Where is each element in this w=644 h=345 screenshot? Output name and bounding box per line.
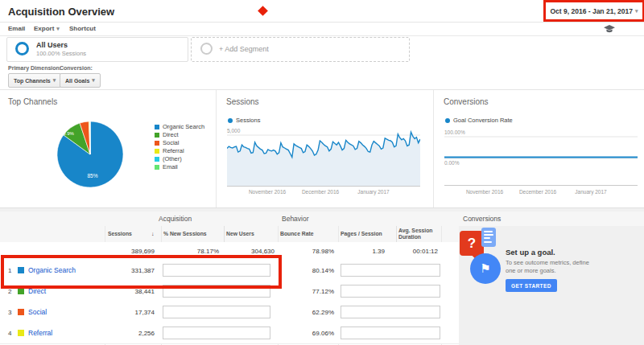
email-button[interactable]: Email	[8, 25, 25, 32]
summary-avg-session-duration: 00:01:12	[396, 248, 438, 255]
setup-goal-promo: Set up a goal. To see outcome metrics, d…	[459, 226, 644, 345]
promo-line1: To see outcome metrics, define	[506, 259, 589, 266]
report-toolbar: Email Export Shortcut	[0, 23, 644, 36]
sessions-legend: Sessions	[228, 117, 260, 124]
conversions-legend: Goal Conversion Rate	[445, 117, 513, 124]
summary-new-users: 304,630	[224, 248, 275, 255]
col-bounce-rate[interactable]: Bounce Rate	[280, 231, 314, 236]
legend-item-social: Social	[155, 139, 179, 146]
table-summary-row: 389,699 78.17% 304,630 78.98% 1.39 00:01…	[0, 242, 459, 261]
channel-color-chip	[18, 330, 24, 336]
acquisition-overview-page: Acquisition Overview Oct 9, 2016 - Jan 2…	[0, 0, 644, 345]
legend-item-email: Email	[155, 163, 178, 170]
legend-chip	[155, 125, 159, 129]
sessions-xtick-nov: November 2016	[249, 189, 286, 195]
channel-color-chip	[18, 288, 24, 294]
bounce-rate-bar	[341, 285, 440, 298]
conversions-xtick-jan: January 2017	[575, 189, 606, 195]
series-dot-icon	[445, 118, 450, 123]
segment-circle-icon	[15, 42, 29, 55]
sort-descending-icon[interactable]: ↓	[151, 231, 155, 236]
pie-label-direct: 9.9%	[63, 131, 74, 136]
summary-bounce-rate: 78.98%	[278, 248, 334, 255]
channel-color-chip	[18, 267, 24, 273]
sessions-bar	[163, 327, 270, 339]
chevron-down-icon: ▾	[635, 8, 638, 14]
table-column-header-row: Sessions ↓ % New Sessions New Users Boun…	[0, 226, 459, 243]
channels-table: Acquisition Behavior Conversions Session…	[0, 212, 644, 345]
bounce-rate-bar	[341, 306, 440, 318]
conversions-line-chart	[444, 127, 638, 187]
segment-name: All Users	[36, 41, 68, 49]
group-acquisition: Acquisition	[159, 215, 192, 223]
sessions-xtick-dec: December 2016	[302, 189, 339, 195]
col-new-sessions-pct[interactable]: % New Sessions	[163, 231, 207, 236]
summary-sessions: 389,699	[105, 248, 155, 255]
legend-item-direct: Direct	[155, 131, 179, 138]
intelligence-icon[interactable]	[604, 25, 615, 34]
promo-heading: Set up a goal.	[506, 248, 555, 257]
table-row-direct[interactable]: 2 Direct 38,441 77.12%	[0, 281, 459, 302]
promo-line2: one or more goals.	[506, 267, 556, 274]
summary-new-sessions-pct: 78.17%	[161, 248, 219, 255]
channel-link[interactable]: Referral	[28, 329, 52, 337]
add-segment-label: + Add Segment	[219, 45, 269, 53]
segment-all-users[interactable]: All Users 100.00% Sessions	[6, 37, 188, 62]
panel-divider	[433, 90, 434, 207]
goal-flag-icon	[470, 253, 501, 284]
conversion-label: Conversion:	[60, 65, 93, 71]
series-dot-icon	[228, 118, 233, 123]
group-conversions: Conversions	[463, 215, 501, 223]
add-segment-button[interactable]: + Add Segment	[191, 37, 410, 62]
col-new-users[interactable]: New Users	[226, 231, 254, 236]
segment-detail: 100.00% Sessions	[36, 50, 86, 57]
col-sessions[interactable]: Sessions	[108, 231, 132, 236]
channel-color-chip	[18, 309, 24, 315]
sessions-bar	[163, 264, 270, 277]
date-range-label: Oct 9, 2016 - Jan 21, 2017	[550, 7, 633, 15]
date-range-selector[interactable]: Oct 9, 2016 - Jan 21, 2017 ▾	[543, 0, 644, 22]
document-lines-icon	[481, 228, 496, 247]
sessions-line-chart	[227, 127, 420, 187]
legend-item-referral: Referral	[155, 147, 184, 154]
primary-dimension-dropdown[interactable]: Top Channels	[8, 73, 61, 88]
page-title: Acquisition Overview	[8, 6, 114, 18]
top-channels-title: Top Channels	[8, 97, 57, 106]
conversions-panel-title: Conversions	[444, 97, 489, 106]
primary-dimension-label: Primary Dimension:	[8, 65, 61, 71]
bounce-rate-bar	[341, 327, 440, 339]
table-row-referral[interactable]: 4 Referral 2,256 69.06%	[0, 322, 459, 344]
col-pages-per-session[interactable]: Pages / Session	[341, 231, 382, 236]
sessions-xtick-jan: January 2017	[357, 189, 389, 195]
col-avg-session-duration[interactable]: Avg. Session Duration	[398, 228, 439, 240]
channel-link[interactable]: Social	[28, 308, 47, 316]
export-button[interactable]: Export	[34, 25, 60, 32]
shortcut-button[interactable]: Shortcut	[69, 25, 96, 32]
legend-item-other: (Other)	[155, 155, 182, 162]
summary-pages-per-session: 1.39	[338, 248, 385, 255]
add-segment-circle-icon	[200, 43, 213, 55]
pie-label-organic: 85%	[87, 173, 97, 179]
conversions-xtick-nov: November 2016	[466, 189, 503, 195]
question-bubble-icon	[460, 231, 484, 256]
annotation-red-diamond	[258, 6, 268, 16]
channel-link[interactable]: Direct	[28, 287, 46, 295]
panel-divider	[216, 90, 217, 207]
sessions-bar	[163, 306, 270, 318]
section-divider	[0, 89, 644, 90]
sessions-panel-title: Sessions	[226, 97, 259, 106]
group-behavior: Behavior	[282, 215, 309, 223]
conversion-dropdown[interactable]: All Goals	[60, 73, 101, 88]
table-group-header-row: Acquisition Behavior Conversions	[0, 212, 644, 227]
bounce-rate-bar	[341, 264, 440, 277]
legend-item-organic-search: Organic Search	[155, 123, 204, 130]
conversions-xtick-dec: December 2016	[519, 189, 556, 195]
table-row-social[interactable]: 3 Social 17,374 62.29%	[0, 302, 459, 323]
channel-link[interactable]: Organic Search	[28, 266, 76, 274]
sessions-bar	[163, 285, 270, 298]
get-started-button[interactable]: GET STARTED	[506, 279, 557, 292]
table-row-organic-search[interactable]: 1 Organic Search 331,387 80.14%	[0, 260, 459, 281]
